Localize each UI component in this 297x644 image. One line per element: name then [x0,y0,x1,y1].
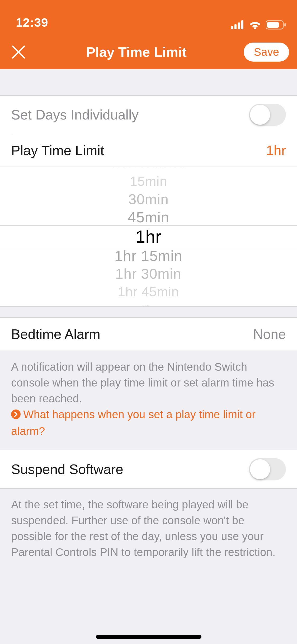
bedtime-alarm-value: None [253,326,286,342]
set-days-row: Set Days Individually Play Time Limit 1h… [0,95,297,167]
suspend-software-toggle[interactable] [249,458,286,480]
suspend-software-row: Suspend Software [0,450,297,489]
picker-option: 30min [128,191,169,208]
picker-option: 15min [130,173,167,189]
svg-rect-6 [267,22,279,28]
svg-rect-1 [234,24,237,29]
set-days-toggle[interactable] [249,104,286,126]
bedtime-alarm-row[interactable]: Bedtime Alarm None [0,317,297,351]
status-time: 12:39 [16,15,48,30]
time-picker[interactable]: Not restricted 15min 30min 45min 1hr 1hr… [0,167,297,307]
bedtime-description: A notification will appear on the Ninten… [0,351,297,450]
cellular-icon [231,20,244,29]
picker-option: 1hr 45min [118,284,179,300]
close-icon [11,45,26,59]
battery-icon [266,20,286,30]
svg-rect-0 [231,26,233,29]
svg-rect-7 [284,23,286,26]
svg-rect-3 [241,20,243,29]
svg-point-10 [11,410,21,419]
play-time-limit-row[interactable]: Play Time Limit 1hr [11,134,297,167]
picker-option: 45min [128,208,169,226]
save-button[interactable]: Save [244,43,289,62]
home-indicator [96,635,201,639]
chevron-right-circle-icon [11,407,21,423]
bedtime-alarm-label: Bedtime Alarm [11,326,100,342]
picker-option: 2hr [140,303,157,307]
picker-option: Not restricted [112,167,185,171]
play-time-limit-label: Play Time Limit [11,142,104,158]
svg-rect-2 [238,22,240,29]
picker-option: 1hr 30min [115,265,181,283]
play-time-limit-value: 1hr [266,142,286,158]
close-button[interactable] [8,45,29,59]
suspend-software-label: Suspend Software [11,461,123,477]
wifi-icon [249,20,261,29]
page-title: Play Time Limit [29,44,244,60]
suspend-description: At the set time, the software being play… [0,489,297,571]
svg-point-4 [254,27,256,29]
picker-option: 1hr 15min [114,247,182,265]
nav-bar: Play Time Limit Save [0,35,297,69]
picker-option-selected: 1hr [135,226,161,247]
set-days-label: Set Days Individually [11,107,139,123]
help-link[interactable]: What happens when you set a play time li… [11,408,256,437]
status-bar: 12:39 [0,0,297,35]
